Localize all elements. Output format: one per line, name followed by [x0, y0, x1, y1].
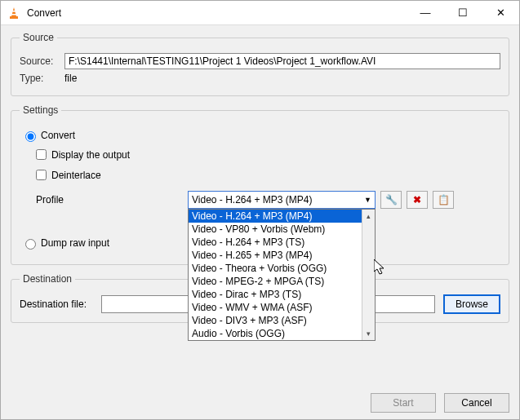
- profile-option[interactable]: Audio - Vorbis (OGG): [189, 327, 375, 340]
- settings-legend: Settings: [20, 104, 61, 116]
- source-label: Source:: [20, 55, 64, 67]
- profile-selected: Video - H.264 + MP3 (MP4): [192, 194, 313, 206]
- svg-rect-1: [11, 11, 16, 12]
- source-legend: Source: [20, 32, 57, 43]
- profile-option[interactable]: Video - H.264 + MP3 (MP4): [189, 210, 375, 223]
- profile-option[interactable]: Video - H.264 + MP3 (TS): [189, 236, 375, 249]
- deinterlace-input[interactable]: [36, 170, 47, 180]
- dump-raw-input[interactable]: [25, 239, 36, 250]
- display-output-label: Display the output: [51, 149, 130, 161]
- scroll-up-icon[interactable]: ▴: [362, 210, 375, 223]
- convert-radio-label: Convert: [41, 130, 75, 141]
- dump-raw-label: Dump raw input: [41, 237, 109, 249]
- convert-radio[interactable]: Convert: [21, 129, 499, 142]
- profile-option[interactable]: Video - Dirac + MP3 (TS): [189, 288, 375, 301]
- deinterlace-label: Deinterlace: [51, 170, 101, 181]
- type-label: Type:: [20, 73, 64, 84]
- browse-button[interactable]: Browse: [443, 294, 500, 314]
- profile-dropdown-list: Video - H.264 + MP3 (MP4) Video - VP80 +…: [188, 209, 376, 341]
- dropdown-scrollbar[interactable]: ▴ ▾: [362, 210, 375, 340]
- wrench-icon: 🔧: [385, 194, 398, 206]
- svg-rect-3: [10, 16, 18, 19]
- cancel-button[interactable]: Cancel: [444, 393, 509, 413]
- maximize-button[interactable]: ☐: [444, 1, 482, 24]
- delete-profile-button[interactable]: ✖: [407, 191, 428, 209]
- profile-option[interactable]: Video - MPEG-2 + MPGA (TS): [189, 275, 375, 288]
- window-title: Convert: [27, 7, 407, 19]
- profile-dropdown-wrap: Video - H.264 + MP3 (MP4) ▼ Video - H.26…: [188, 191, 376, 209]
- scroll-down-icon[interactable]: ▾: [362, 327, 375, 340]
- new-profile-icon: 📋: [438, 194, 450, 206]
- profile-label: Profile: [33, 194, 188, 206]
- deinterlace-check[interactable]: Deinterlace: [33, 167, 499, 183]
- display-output-input[interactable]: [36, 149, 47, 160]
- profile-option[interactable]: Video - VP80 + Vorbis (Webm): [189, 223, 375, 236]
- profile-option[interactable]: Video - DIV3 + MP3 (ASF): [189, 314, 375, 327]
- chevron-down-icon: ▼: [364, 196, 371, 204]
- delete-icon: ✖: [413, 194, 421, 206]
- profile-option[interactable]: Video - Theora + Vorbis (OGG): [189, 262, 375, 275]
- edit-profile-button[interactable]: 🔧: [380, 191, 402, 209]
- convert-window: Convert — ☐ ✕ Source Source: Type: file …: [0, 0, 520, 420]
- profile-option[interactable]: Video - WMV + WMA (ASF): [189, 301, 375, 314]
- destination-legend: Destination: [20, 273, 75, 285]
- display-output-check[interactable]: Display the output: [33, 147, 499, 162]
- minimize-button[interactable]: —: [407, 1, 444, 24]
- destination-file-label: Destination file:: [20, 298, 101, 310]
- svg-rect-2: [11, 14, 17, 15]
- vlc-icon: [7, 7, 20, 20]
- type-value: file: [64, 73, 77, 84]
- content: Source Source: Type: file Settings Conve…: [1, 25, 519, 338]
- titlebar: Convert — ☐ ✕: [1, 1, 519, 25]
- convert-radio-input[interactable]: [25, 131, 36, 142]
- scroll-track[interactable]: [362, 223, 375, 327]
- profile-option[interactable]: Video - H.265 + MP3 (MP4): [189, 249, 375, 262]
- footer: Start Cancel: [371, 393, 509, 413]
- new-profile-button[interactable]: 📋: [433, 191, 454, 209]
- source-input[interactable]: [64, 53, 500, 69]
- profile-dropdown[interactable]: Video - H.264 + MP3 (MP4) ▼: [188, 191, 376, 209]
- source-group: Source Source: Type: file: [11, 32, 509, 96]
- start-button[interactable]: Start: [371, 393, 436, 413]
- settings-group: Settings Convert Display the output Dein…: [11, 104, 509, 265]
- profile-row: Profile Video - H.264 + MP3 (MP4) ▼ Vide…: [33, 191, 499, 209]
- close-button[interactable]: ✕: [482, 1, 519, 24]
- window-buttons: — ☐ ✕: [407, 1, 519, 24]
